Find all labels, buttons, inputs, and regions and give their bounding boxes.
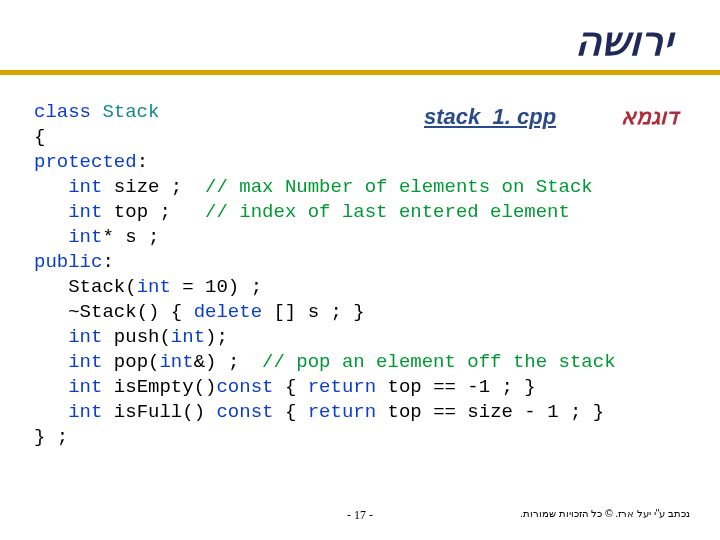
kw-const: const bbox=[216, 401, 273, 423]
indent bbox=[34, 401, 68, 423]
kw-int: int bbox=[68, 176, 102, 198]
isfull-brace: { bbox=[273, 401, 307, 423]
indent bbox=[34, 201, 68, 223]
indent bbox=[34, 276, 68, 298]
class-name: Stack bbox=[91, 101, 159, 123]
kw-int: int bbox=[68, 351, 102, 373]
copyright: נכתב ע"י יעל ארז. © כל הזכויות שמורות. bbox=[520, 508, 690, 519]
kw-int: int bbox=[68, 201, 102, 223]
ctor: Stack( bbox=[68, 276, 136, 298]
kw-public: public bbox=[34, 251, 102, 273]
indent bbox=[34, 226, 68, 248]
kw-int: int bbox=[68, 376, 102, 398]
push: push( bbox=[102, 326, 170, 348]
kw-return: return bbox=[308, 376, 376, 398]
indent bbox=[34, 351, 68, 373]
kw-int: int bbox=[171, 326, 205, 348]
brace-close: } ; bbox=[34, 426, 68, 448]
brace-open: { bbox=[34, 126, 45, 148]
kw-int: int bbox=[68, 226, 102, 248]
kw-return: return bbox=[308, 401, 376, 423]
kw-const: const bbox=[216, 376, 273, 398]
title-underline bbox=[0, 70, 720, 74]
isfull: isFull() bbox=[102, 401, 216, 423]
code-block: class Stack { protected: int size ; // m… bbox=[34, 100, 686, 450]
kw-int: int bbox=[137, 276, 171, 298]
slide-title: ירושה bbox=[575, 18, 672, 64]
dtor-rest: [] s ; } bbox=[262, 301, 365, 323]
footer: - 17 - נכתב ע"י יעל ארז. © כל הזכויות שמ… bbox=[0, 508, 720, 526]
colon: : bbox=[137, 151, 148, 173]
comment: // max Number of elements on Stack bbox=[182, 176, 592, 198]
indent bbox=[34, 326, 68, 348]
isempty-rest: top == -1 ; } bbox=[376, 376, 536, 398]
decl-size: size ; bbox=[102, 176, 182, 198]
isempty-brace: { bbox=[273, 376, 307, 398]
decl-s: * s ; bbox=[102, 226, 159, 248]
pop-rest: &) ; bbox=[194, 351, 240, 373]
colon: : bbox=[102, 251, 113, 273]
indent bbox=[34, 376, 68, 398]
kw-protected: protected bbox=[34, 151, 137, 173]
isempty: isEmpty() bbox=[102, 376, 216, 398]
page-number: - 17 - bbox=[347, 508, 373, 523]
slide: ירושה דוגמא stack_1. cpp class Stack { p… bbox=[0, 0, 720, 540]
pop: pop( bbox=[102, 351, 159, 373]
decl-top: top ; bbox=[102, 201, 170, 223]
ctor-rest: = 10) ; bbox=[171, 276, 262, 298]
indent bbox=[34, 301, 68, 323]
comment: // index of last entered element bbox=[171, 201, 570, 223]
kw-int: int bbox=[68, 326, 102, 348]
dtor: ~Stack() { bbox=[68, 301, 193, 323]
kw-int: int bbox=[68, 401, 102, 423]
indent bbox=[34, 176, 68, 198]
push-rest: ); bbox=[205, 326, 228, 348]
comment: // pop an element off the stack bbox=[239, 351, 615, 373]
isfull-rest: top == size - 1 ; } bbox=[376, 401, 604, 423]
kw-delete: delete bbox=[194, 301, 262, 323]
kw-class: class bbox=[34, 101, 91, 123]
kw-int: int bbox=[159, 351, 193, 373]
